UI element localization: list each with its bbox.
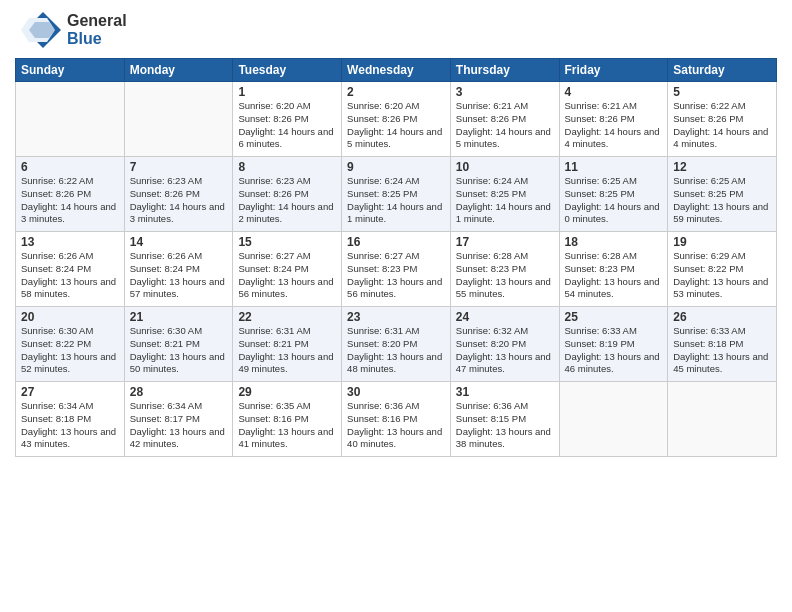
day-number: 27 xyxy=(21,385,119,399)
day-number: 20 xyxy=(21,310,119,324)
logo-general: General xyxy=(67,12,127,29)
calendar-cell: 12Sunrise: 6:25 AM Sunset: 8:25 PM Dayli… xyxy=(668,157,777,232)
calendar-cell: 14Sunrise: 6:26 AM Sunset: 8:24 PM Dayli… xyxy=(124,232,233,307)
day-info: Sunrise: 6:28 AM Sunset: 8:23 PM Dayligh… xyxy=(565,250,663,301)
day-of-week-header: Thursday xyxy=(450,59,559,82)
calendar-cell: 27Sunrise: 6:34 AM Sunset: 8:18 PM Dayli… xyxy=(16,382,125,457)
day-of-week-header: Wednesday xyxy=(342,59,451,82)
day-number: 6 xyxy=(21,160,119,174)
calendar-cell: 31Sunrise: 6:36 AM Sunset: 8:15 PM Dayli… xyxy=(450,382,559,457)
calendar-cell: 30Sunrise: 6:36 AM Sunset: 8:16 PM Dayli… xyxy=(342,382,451,457)
calendar-cell: 2Sunrise: 6:20 AM Sunset: 8:26 PM Daylig… xyxy=(342,82,451,157)
day-info: Sunrise: 6:23 AM Sunset: 8:26 PM Dayligh… xyxy=(238,175,336,226)
calendar-cell: 5Sunrise: 6:22 AM Sunset: 8:26 PM Daylig… xyxy=(668,82,777,157)
calendar-cell: 19Sunrise: 6:29 AM Sunset: 8:22 PM Dayli… xyxy=(668,232,777,307)
day-number: 18 xyxy=(565,235,663,249)
day-info: Sunrise: 6:34 AM Sunset: 8:17 PM Dayligh… xyxy=(130,400,228,451)
day-info: Sunrise: 6:26 AM Sunset: 8:24 PM Dayligh… xyxy=(21,250,119,301)
day-number: 21 xyxy=(130,310,228,324)
calendar-cell: 18Sunrise: 6:28 AM Sunset: 8:23 PM Dayli… xyxy=(559,232,668,307)
day-info: Sunrise: 6:30 AM Sunset: 8:21 PM Dayligh… xyxy=(130,325,228,376)
day-of-week-header: Tuesday xyxy=(233,59,342,82)
day-number: 23 xyxy=(347,310,445,324)
day-info: Sunrise: 6:25 AM Sunset: 8:25 PM Dayligh… xyxy=(673,175,771,226)
calendar-cell: 28Sunrise: 6:34 AM Sunset: 8:17 PM Dayli… xyxy=(124,382,233,457)
calendar-cell: 7Sunrise: 6:23 AM Sunset: 8:26 PM Daylig… xyxy=(124,157,233,232)
day-number: 11 xyxy=(565,160,663,174)
calendar-cell: 3Sunrise: 6:21 AM Sunset: 8:26 PM Daylig… xyxy=(450,82,559,157)
day-of-week-header: Saturday xyxy=(668,59,777,82)
calendar-cell: 8Sunrise: 6:23 AM Sunset: 8:26 PM Daylig… xyxy=(233,157,342,232)
day-info: Sunrise: 6:31 AM Sunset: 8:21 PM Dayligh… xyxy=(238,325,336,376)
calendar-cell: 16Sunrise: 6:27 AM Sunset: 8:23 PM Dayli… xyxy=(342,232,451,307)
calendar-week-row: 1Sunrise: 6:20 AM Sunset: 8:26 PM Daylig… xyxy=(16,82,777,157)
calendar-cell: 4Sunrise: 6:21 AM Sunset: 8:26 PM Daylig… xyxy=(559,82,668,157)
day-info: Sunrise: 6:36 AM Sunset: 8:16 PM Dayligh… xyxy=(347,400,445,451)
day-number: 16 xyxy=(347,235,445,249)
day-number: 31 xyxy=(456,385,554,399)
day-info: Sunrise: 6:25 AM Sunset: 8:25 PM Dayligh… xyxy=(565,175,663,226)
calendar-cell: 24Sunrise: 6:32 AM Sunset: 8:20 PM Dayli… xyxy=(450,307,559,382)
calendar-week-row: 27Sunrise: 6:34 AM Sunset: 8:18 PM Dayli… xyxy=(16,382,777,457)
calendar-cell xyxy=(124,82,233,157)
page: General Blue SundayMondayTuesdayWednesda… xyxy=(0,0,792,612)
day-number: 30 xyxy=(347,385,445,399)
calendar-cell: 21Sunrise: 6:30 AM Sunset: 8:21 PM Dayli… xyxy=(124,307,233,382)
calendar-cell: 25Sunrise: 6:33 AM Sunset: 8:19 PM Dayli… xyxy=(559,307,668,382)
day-number: 2 xyxy=(347,85,445,99)
day-number: 4 xyxy=(565,85,663,99)
calendar-cell xyxy=(559,382,668,457)
day-info: Sunrise: 6:20 AM Sunset: 8:26 PM Dayligh… xyxy=(347,100,445,151)
day-info: Sunrise: 6:21 AM Sunset: 8:26 PM Dayligh… xyxy=(456,100,554,151)
day-info: Sunrise: 6:36 AM Sunset: 8:15 PM Dayligh… xyxy=(456,400,554,451)
day-number: 3 xyxy=(456,85,554,99)
logo-icon xyxy=(15,10,63,50)
day-info: Sunrise: 6:27 AM Sunset: 8:24 PM Dayligh… xyxy=(238,250,336,301)
day-info: Sunrise: 6:33 AM Sunset: 8:18 PM Dayligh… xyxy=(673,325,771,376)
day-info: Sunrise: 6:29 AM Sunset: 8:22 PM Dayligh… xyxy=(673,250,771,301)
day-of-week-header: Sunday xyxy=(16,59,125,82)
day-info: Sunrise: 6:27 AM Sunset: 8:23 PM Dayligh… xyxy=(347,250,445,301)
calendar-cell: 9Sunrise: 6:24 AM Sunset: 8:25 PM Daylig… xyxy=(342,157,451,232)
calendar-header-row: SundayMondayTuesdayWednesdayThursdayFrid… xyxy=(16,59,777,82)
day-number: 19 xyxy=(673,235,771,249)
calendar-cell: 11Sunrise: 6:25 AM Sunset: 8:25 PM Dayli… xyxy=(559,157,668,232)
calendar-cell: 15Sunrise: 6:27 AM Sunset: 8:24 PM Dayli… xyxy=(233,232,342,307)
calendar-cell: 22Sunrise: 6:31 AM Sunset: 8:21 PM Dayli… xyxy=(233,307,342,382)
day-of-week-header: Friday xyxy=(559,59,668,82)
day-info: Sunrise: 6:31 AM Sunset: 8:20 PM Dayligh… xyxy=(347,325,445,376)
day-of-week-header: Monday xyxy=(124,59,233,82)
calendar-cell: 17Sunrise: 6:28 AM Sunset: 8:23 PM Dayli… xyxy=(450,232,559,307)
day-info: Sunrise: 6:26 AM Sunset: 8:24 PM Dayligh… xyxy=(130,250,228,301)
calendar-week-row: 20Sunrise: 6:30 AM Sunset: 8:22 PM Dayli… xyxy=(16,307,777,382)
day-info: Sunrise: 6:24 AM Sunset: 8:25 PM Dayligh… xyxy=(456,175,554,226)
day-number: 1 xyxy=(238,85,336,99)
day-info: Sunrise: 6:28 AM Sunset: 8:23 PM Dayligh… xyxy=(456,250,554,301)
day-number: 17 xyxy=(456,235,554,249)
calendar-table: SundayMondayTuesdayWednesdayThursdayFrid… xyxy=(15,58,777,457)
day-info: Sunrise: 6:34 AM Sunset: 8:18 PM Dayligh… xyxy=(21,400,119,451)
day-number: 25 xyxy=(565,310,663,324)
header: General Blue xyxy=(15,10,777,50)
day-number: 14 xyxy=(130,235,228,249)
day-info: Sunrise: 6:23 AM Sunset: 8:26 PM Dayligh… xyxy=(130,175,228,226)
day-number: 29 xyxy=(238,385,336,399)
day-info: Sunrise: 6:20 AM Sunset: 8:26 PM Dayligh… xyxy=(238,100,336,151)
day-number: 9 xyxy=(347,160,445,174)
calendar-week-row: 13Sunrise: 6:26 AM Sunset: 8:24 PM Dayli… xyxy=(16,232,777,307)
day-info: Sunrise: 6:32 AM Sunset: 8:20 PM Dayligh… xyxy=(456,325,554,376)
day-number: 15 xyxy=(238,235,336,249)
calendar-cell xyxy=(668,382,777,457)
calendar-cell: 20Sunrise: 6:30 AM Sunset: 8:22 PM Dayli… xyxy=(16,307,125,382)
day-number: 22 xyxy=(238,310,336,324)
calendar-cell xyxy=(16,82,125,157)
calendar-cell: 1Sunrise: 6:20 AM Sunset: 8:26 PM Daylig… xyxy=(233,82,342,157)
calendar-cell: 23Sunrise: 6:31 AM Sunset: 8:20 PM Dayli… xyxy=(342,307,451,382)
calendar-cell: 10Sunrise: 6:24 AM Sunset: 8:25 PM Dayli… xyxy=(450,157,559,232)
day-number: 7 xyxy=(130,160,228,174)
logo-blue: Blue xyxy=(67,30,102,47)
calendar-cell: 6Sunrise: 6:22 AM Sunset: 8:26 PM Daylig… xyxy=(16,157,125,232)
day-number: 28 xyxy=(130,385,228,399)
day-number: 13 xyxy=(21,235,119,249)
day-number: 8 xyxy=(238,160,336,174)
